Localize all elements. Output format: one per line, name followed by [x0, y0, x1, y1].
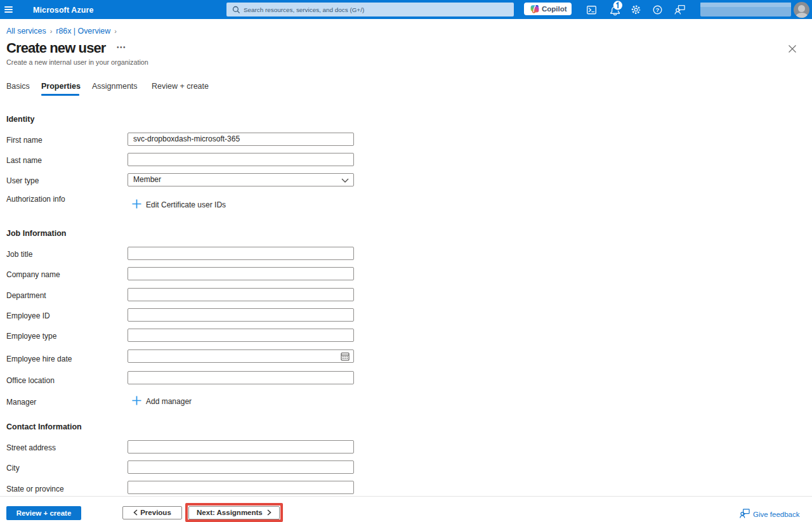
svg-text:?: ? — [656, 6, 660, 13]
